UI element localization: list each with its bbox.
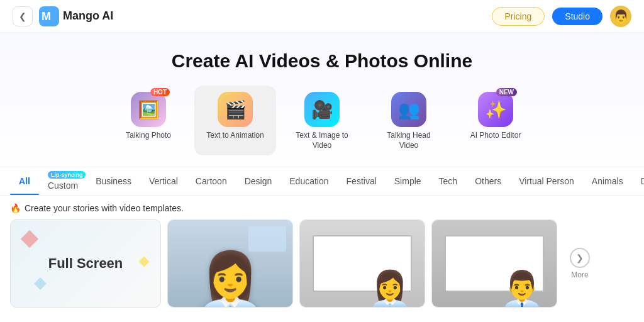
category-animals[interactable]: Animals <box>583 167 632 195</box>
hero-section: Create AI Videos & Photos Online 🖼️ HOT … <box>0 33 644 167</box>
talking-head-emoji: 👥 <box>398 99 420 120</box>
feature-text-to-animation[interactable]: 🎬 Text to Animation <box>194 86 276 155</box>
header-right: Pricing Studio 👨 <box>492 6 632 27</box>
category-cartoon[interactable]: Cartoon <box>187 167 236 195</box>
template-fullscreen[interactable]: Full Screen <box>10 219 161 308</box>
category-education[interactable]: Education <box>280 167 337 195</box>
header: ❮ M Mango AI Pricing Studio 👨 <box>0 0 644 33</box>
feature-talking-head[interactable]: 👥 Talking Head Video <box>368 86 450 155</box>
pricing-button[interactable]: Pricing <box>492 7 545 26</box>
ai-photo-editor-icon-wrap: ✨ NEW <box>478 92 513 127</box>
hot-badge: HOT <box>150 88 170 96</box>
whiteboard-bg-2: 👨‍💼 <box>432 220 557 307</box>
text-image-video-label: Text & Image to Video <box>291 131 353 150</box>
text-to-animation-label: Text to Animation <box>206 131 264 141</box>
header-left: ❮ M Mango AI <box>13 6 113 26</box>
category-others[interactable]: Others <box>466 167 510 195</box>
ai-photo-editor-label: AI Photo Editor <box>470 131 521 141</box>
avatar[interactable]: 👨 <box>610 6 631 27</box>
svg-text:M: M <box>42 10 51 23</box>
category-all[interactable]: All <box>10 167 39 195</box>
deco-diamond-1 <box>21 230 38 248</box>
text-image-video-icon-wrap: 🎥 <box>304 92 340 127</box>
feature-text-image-video[interactable]: 🎥 Text & Image to Video <box>281 86 363 155</box>
category-business[interactable]: Business <box>87 167 140 195</box>
category-design[interactable]: Design <box>236 167 281 195</box>
talking-head-label: Talking Head Video <box>378 131 440 150</box>
whiteboard-person-1: 👩‍💼 <box>368 272 412 307</box>
new-badge: NEW <box>496 88 517 96</box>
lip-sync-badge: Lip-syncing <box>48 171 86 179</box>
category-vertical[interactable]: Vertical <box>140 167 187 195</box>
template-person-1[interactable]: 👩‍💼 <box>167 219 293 308</box>
templates-header-text: Create your stories with video templates… <box>25 203 184 213</box>
more-label: More <box>571 270 588 279</box>
hero-title: Create AI Videos & Photos Online <box>0 50 644 72</box>
person-bg-deco <box>248 226 286 252</box>
talking-head-icon-wrap: 👥 <box>391 92 426 127</box>
back-button[interactable]: ❮ <box>13 6 33 26</box>
ai-photo-editor-emoji: ✨ <box>485 99 507 120</box>
feature-talking-photo[interactable]: 🖼️ HOT Talking Photo <box>108 86 189 155</box>
template-whiteboard-1[interactable]: 👩‍💼 <box>299 219 425 308</box>
text-image-video-emoji: 🎥 <box>311 99 333 120</box>
whiteboard-person-2: 👨‍💼 <box>500 272 544 307</box>
templates-header: 🔥 Create your stories with video templat… <box>10 203 634 213</box>
text-to-animation-emoji: 🎬 <box>225 99 247 120</box>
category-tech[interactable]: Tech <box>430 167 467 195</box>
deco-diamond-2 <box>34 277 47 290</box>
whiteboard-bg-1: 👩‍💼 <box>300 220 425 307</box>
category-simple[interactable]: Simple <box>386 167 430 195</box>
talking-photo-icon-wrap: 🖼️ HOT <box>131 92 166 127</box>
category-bar: All Lip-syncing Custom Business Vertical… <box>0 167 644 196</box>
category-festival[interactable]: Festival <box>338 167 386 195</box>
logo: M Mango AI <box>39 6 113 26</box>
more-circle-icon: ❯ <box>570 248 590 268</box>
template-whiteboard-2[interactable]: 👨‍💼 <box>431 219 557 308</box>
avatar-icon: 👨 <box>613 9 629 24</box>
text-to-animation-icon-wrap: 🎬 <box>218 92 253 127</box>
logo-text: Mango AI <box>63 9 113 23</box>
category-virtual-person[interactable]: Virtual Person <box>510 167 583 195</box>
more-button[interactable]: ❯ More <box>564 219 596 308</box>
back-icon: ❮ <box>19 11 26 21</box>
feature-ai-photo-editor[interactable]: ✨ NEW AI Photo Editor <box>455 86 536 155</box>
studio-button[interactable]: Studio <box>552 8 602 25</box>
logo-icon: M <box>39 6 59 26</box>
talking-photo-emoji: 🖼️ <box>138 99 160 120</box>
templates-section: 🔥 Create your stories with video templat… <box>0 196 644 315</box>
category-disney[interactable]: Disney+ <box>632 167 644 195</box>
person-silhouette-1: 👩‍💼 <box>195 253 265 307</box>
templates-grid: Full Screen 👩‍💼 👩‍💼 👨‍💼 ❯ M <box>10 219 634 308</box>
fire-icon: 🔥 <box>10 203 21 213</box>
talking-photo-label: Talking Photo <box>126 131 171 141</box>
features-row: 🖼️ HOT Talking Photo 🎬 Text to Animation… <box>0 86 644 155</box>
fullscreen-label: Full Screen <box>48 255 123 272</box>
category-custom[interactable]: Lip-syncing Custom <box>39 167 87 195</box>
deco-diamond-3 <box>139 257 150 267</box>
